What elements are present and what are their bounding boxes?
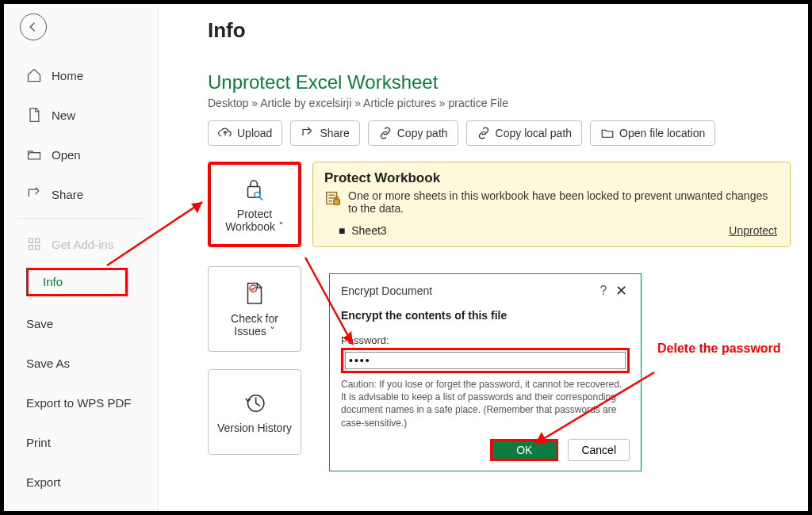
button-label: Share (320, 127, 349, 139)
annotation-delete-password: Delete the password (657, 341, 781, 356)
sidebar-item-export-wps[interactable]: Export to WPS PDF (4, 387, 158, 418)
sidebar-item-print[interactable]: Print (4, 426, 158, 458)
upload-button[interactable]: Upload (208, 120, 282, 146)
sidebar-item-label: Get Add-ins (52, 238, 113, 251)
password-label: Password: (341, 334, 630, 346)
dialog-title: Encrypt Document (341, 284, 595, 297)
password-box-highlight (341, 348, 630, 373)
share-arrow-icon (301, 126, 315, 140)
sidebar-item-label: Export to WPS PDF (26, 396, 132, 410)
sidebar-item-label: Home (52, 69, 83, 82)
breadcrumb: Desktop » Article by excelsirji » Articl… (208, 97, 791, 109)
sidebar-item-save-as[interactable]: Save As (4, 347, 158, 379)
ok-button[interactable]: OK (490, 439, 558, 461)
separator (18, 218, 144, 219)
sidebar-item-label: Print (26, 436, 51, 449)
lock-key-icon (241, 176, 268, 203)
sidebar-item-home[interactable]: Home (4, 59, 158, 91)
sidebar-item-open[interactable]: Open (4, 139, 158, 170)
protect-workbook-tile[interactable]: Protect Workbook ˅ (208, 162, 301, 247)
sidebar-item-export[interactable]: Export (4, 466, 158, 498)
sidebar-item-label: Save (26, 317, 53, 330)
open-location-button[interactable]: Open file location (590, 120, 715, 146)
button-label: Copy path (397, 127, 448, 139)
unprotect-link[interactable]: Unprotect (729, 224, 777, 237)
folder-icon (600, 126, 615, 140)
caution-text: Caution: If you lose or forget the passw… (341, 378, 630, 429)
document-title: Unprotect Excel Worksheet (208, 71, 791, 93)
dialog-subtitle: Encrypt the contents of this file (341, 309, 630, 322)
tile-label: Protect Workbook ˅ (216, 208, 293, 233)
cancel-button[interactable]: Cancel (568, 439, 630, 461)
addins-icon (26, 236, 42, 252)
close-icon[interactable]: ✕ (612, 282, 630, 299)
sidebar-item-get-addins[interactable]: Get Add-ins (4, 228, 158, 260)
check-for-issues-tile[interactable]: Check for Issues ˅ (208, 266, 301, 352)
panel-desc: One or more sheets in this workbook have… (348, 189, 777, 215)
sidebar-item-share[interactable]: Share (4, 178, 158, 210)
document-check-icon (241, 280, 268, 307)
file-icon (26, 107, 42, 123)
password-input[interactable] (345, 352, 626, 369)
svg-rect-7 (334, 200, 339, 204)
sidebar-item-label: Export (26, 475, 60, 489)
svg-point-5 (255, 192, 260, 197)
page-title: Info (208, 18, 791, 43)
back-button[interactable] (20, 13, 47, 40)
link-icon (477, 126, 491, 140)
sidebar-item-label: Info (43, 275, 63, 288)
sidebar-item-label: Open (52, 148, 81, 162)
svg-rect-1 (36, 238, 40, 242)
help-icon[interactable]: ? (595, 284, 612, 298)
locked-sheet-icon (324, 189, 342, 215)
share-icon (26, 186, 42, 202)
copy-local-path-button[interactable]: Copy local path (466, 120, 583, 146)
panel-heading: Protect Workbook (324, 170, 777, 186)
svg-rect-2 (29, 246, 33, 250)
home-icon (26, 67, 42, 83)
encrypt-document-dialog: Encrypt Document ? ✕ Encrypt the content… (329, 273, 642, 471)
backstage-sidebar: Home New Open Share Get Add-ins Info (4, 4, 159, 511)
button-label: Copy local path (496, 127, 573, 139)
version-history-tile[interactable]: Version History (208, 369, 301, 455)
sidebar-item-info[interactable]: Info (26, 268, 128, 296)
sidebar-item-label: Share (52, 188, 83, 201)
share-button[interactable]: Share (290, 120, 359, 146)
sidebar-item-new[interactable]: New (4, 99, 158, 131)
protect-row: Protect Workbook ˅ Protect Workbook One … (208, 162, 791, 247)
button-label: Open file location (619, 127, 705, 139)
tile-label: Check for Issues ˅ (213, 312, 296, 338)
svg-rect-3 (36, 246, 40, 250)
history-icon (241, 390, 268, 417)
link-icon (378, 126, 393, 140)
folder-open-icon (26, 147, 42, 162)
cloud-upload-icon (218, 126, 232, 140)
tile-label: Version History (217, 422, 292, 434)
svg-rect-0 (29, 238, 33, 242)
sidebar-item-save[interactable]: Save (4, 307, 158, 339)
action-row: Upload Share Copy path Copy local path O… (208, 120, 791, 146)
locked-sheet-name: ■ Sheet3 (324, 224, 387, 237)
sidebar-item-label: Save As (26, 357, 70, 370)
sidebar-item-label: New (52, 109, 75, 122)
protect-workbook-panel: Protect Workbook One or more sheets in t… (312, 162, 791, 247)
copy-path-button[interactable]: Copy path (368, 120, 458, 146)
button-label: Upload (237, 127, 272, 139)
